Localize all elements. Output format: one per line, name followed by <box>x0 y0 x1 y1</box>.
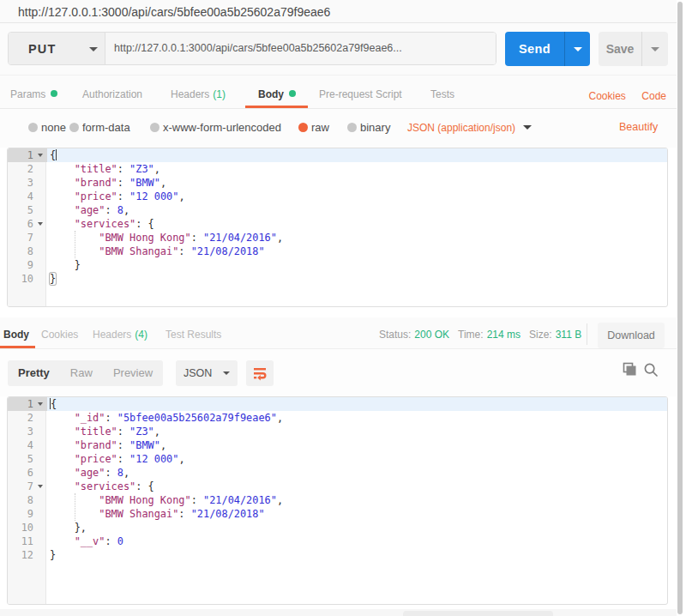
tab-params[interactable]: Params <box>10 79 57 109</box>
gutter-cell: 10 <box>8 272 47 286</box>
wrap-lines-button[interactable] <box>246 360 274 386</box>
fold-arrow-icon <box>38 154 43 157</box>
code-text: "services": { <box>47 480 667 493</box>
radio-x-www-form-urlencoded[interactable]: x-www-form-urlencoded <box>150 109 281 146</box>
view-preview[interactable]: Preview <box>103 360 163 386</box>
content-type-select[interactable]: JSON (application/json) <box>407 109 532 146</box>
wrap-lines-icon <box>251 365 268 382</box>
tab-label: Authorization <box>82 88 142 100</box>
code-text: "price": "12 000", <box>47 190 667 203</box>
code-text: "BMW Shangai": "21/08/2018" <box>47 245 667 258</box>
send-options-button[interactable] <box>565 32 590 66</box>
gutter-cell: 1 <box>8 397 47 411</box>
response-tab-label: Body <box>3 329 29 341</box>
gutter-cell: 4 <box>8 190 47 203</box>
code-text: "age": 8, <box>47 203 667 217</box>
radio-none[interactable]: none <box>28 109 66 146</box>
code-line: 6 "age": 8, <box>8 466 667 480</box>
code-text: "_id": "5bfee00a5b25602a79f9eae6", <box>47 411 667 425</box>
line-number: 6 <box>27 466 33 480</box>
code-line: 7 "BMW Hong Kong": "21/04/2016", <box>8 231 667 245</box>
copy-response-button[interactable] <box>621 361 638 378</box>
gutter-cell: 6 <box>8 466 47 480</box>
method-select[interactable]: PUT <box>9 33 105 64</box>
code-text: "title": "Z3", <box>47 162 667 176</box>
response-tab-test-results[interactable]: Test Results <box>165 317 221 348</box>
code-line: 10} <box>8 272 667 286</box>
url-input[interactable]: http://127.0.0.1:3000/api/cars/5bfee00a5… <box>105 33 496 64</box>
line-number: 11 <box>21 534 33 548</box>
code-line: 3 "brand": "BMW", <box>8 176 667 190</box>
tab-tests[interactable]: Tests <box>430 79 454 109</box>
gutter-cell: 8 <box>8 245 47 258</box>
code-text: "price": "12 000", <box>47 452 667 466</box>
code-line: 7 "services": { <box>8 480 667 493</box>
vertical-scrollbar-thumb[interactable] <box>677 2 683 614</box>
response-tab-headers[interactable]: Headers(4) <box>93 317 147 348</box>
response-view-segments: PrettyRawPreview <box>8 360 163 386</box>
save-button-group: Save <box>599 32 668 66</box>
gutter-cell: 2 <box>8 411 47 425</box>
horizontal-scrollbar-thumb[interactable] <box>403 611 553 616</box>
view-raw[interactable]: Raw <box>60 360 103 386</box>
radio-icon <box>69 123 79 132</box>
green-dot-icon <box>51 90 57 97</box>
tab-body[interactable]: Body <box>258 79 296 109</box>
request-body-editor[interactable]: 1{2 "title": "Z3",3 "brand": "BMW",4 "pr… <box>7 148 668 307</box>
code-text: "BMW Shangai": "21/08/2018" <box>47 507 667 521</box>
response-tab-count: (4) <box>135 329 147 341</box>
gutter-cell: 7 <box>8 480 47 493</box>
line-number: 8 <box>27 245 33 258</box>
code-line: 2 "_id": "5bfee00a5b25602a79f9eae6", <box>8 411 667 425</box>
code-line: 9 } <box>8 258 667 272</box>
code-link[interactable]: Code <box>641 90 666 102</box>
search-response-button[interactable] <box>642 361 659 378</box>
chevron-down-icon <box>523 125 532 130</box>
radio-label: raw <box>311 121 329 134</box>
chevron-down-icon <box>651 47 659 51</box>
radio-binary[interactable]: binary <box>347 109 390 146</box>
gutter-cell: 6 <box>8 217 47 231</box>
gutter-cell: 5 <box>8 203 47 217</box>
request-tab-title[interactable]: http://127.0.0.1:3000/api/cars/5bfee00a5… <box>18 5 330 19</box>
view-pretty[interactable]: Pretty <box>8 360 60 386</box>
code-text: "services": { <box>47 217 667 231</box>
response-status-group: Status:200 OKTime:214 msSize:311 B <box>379 317 581 348</box>
radio-form-data[interactable]: form-data <box>69 109 130 146</box>
code-line: 8 "BMW Hong Kong": "21/04/2016", <box>8 493 667 507</box>
tab-headers[interactable]: Headers(1) <box>171 79 226 109</box>
response-tab-cookies[interactable]: Cookies <box>41 317 78 348</box>
save-button[interactable]: Save <box>599 32 641 66</box>
status-value: 200 OK <box>414 329 449 341</box>
response-tab-body[interactable]: Body <box>3 317 29 348</box>
tab-pre-request-script[interactable]: Pre-request Script <box>319 79 402 109</box>
send-button[interactable]: Send <box>505 32 564 66</box>
response-body-editor[interactable]: 1{2 "_id": "5bfee00a5b25602a79f9eae6",3 … <box>7 396 668 605</box>
beautify-link[interactable]: Beautify <box>619 109 658 146</box>
line-number: 3 <box>27 176 33 190</box>
status-label: Status: <box>379 329 411 341</box>
download-button[interactable]: Download <box>598 323 665 348</box>
gutter-cell: 1 <box>8 148 47 162</box>
save-options-button[interactable] <box>642 32 668 66</box>
postman-app: http://127.0.0.1:3000/api/cars/5bfee00a5… <box>0 0 686 616</box>
code-text: { <box>47 148 667 162</box>
code-text: } <box>47 272 667 286</box>
send-button-group: Send <box>505 32 590 66</box>
line-number: 1 <box>27 148 33 162</box>
code-line: 5 "price": "12 000", <box>8 452 667 466</box>
green-dot-icon <box>289 90 296 97</box>
response-format-select[interactable]: JSON <box>176 360 238 386</box>
code-text: "title": "Z3", <box>47 425 667 438</box>
indent-guide <box>75 493 75 521</box>
tab-authorization[interactable]: Authorization <box>82 79 142 109</box>
radio-raw[interactable]: raw <box>298 109 329 146</box>
line-number: 6 <box>27 217 33 231</box>
response-toolbar: PrettyRawPreview JSON <box>0 349 677 396</box>
cookies-link[interactable]: Cookies <box>589 90 626 102</box>
response-tab-label: Test Results <box>165 329 221 341</box>
text-cursor <box>56 149 57 160</box>
line-number: 10 <box>21 521 33 534</box>
chevron-down-icon <box>223 371 230 375</box>
code-text: "BMW Hong Kong": "21/04/2016", <box>47 493 667 507</box>
